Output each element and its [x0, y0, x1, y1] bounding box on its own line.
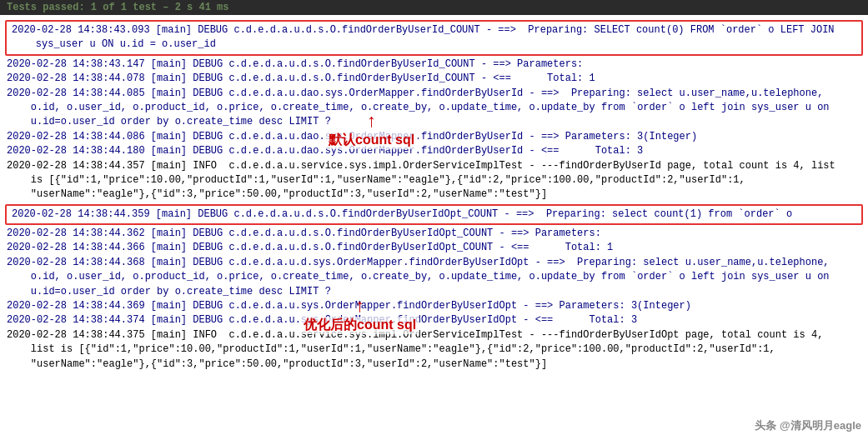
annotation-text-1: 默认count sql: [325, 132, 418, 149]
log-container[interactable]: 2020-02-28 14:38:43.093 [main] DEBUG c.d…: [0, 15, 868, 440]
log-line-9: 2020-02-28 14:38:44.357 [main] INFO c.d.…: [5, 159, 863, 173]
log-line-22: "userName":"eagle"},{"id":3,"price":50.0…: [5, 358, 863, 372]
highlight-block-bottom: 2020-02-28 14:38:44.359 [main] DEBUG c.d…: [5, 204, 863, 225]
arrow-up-icon: ↑: [367, 112, 376, 130]
highlight-block-top: 2020-02-28 14:38:43.093 [main] DEBUG c.d…: [5, 20, 863, 56]
log-line-21: list is [{"id":1,"price":10.00,"productI…: [5, 342, 863, 357]
top-bar: Tests passed: 1 of 1 test – 2 s 41 ms: [0, 0, 868, 15]
test-status: Tests passed: 1 of 1 test – 2 s 41 ms: [7, 2, 228, 13]
log-line-20: 2020-02-28 14:38:44.375 [main] INFO c.d.…: [5, 328, 863, 342]
log-line-14: 2020-02-28 14:38:44.366 [main] DEBUG c.d…: [5, 241, 863, 255]
annotation-optimized-count: ↑ 优化后的count sql: [300, 297, 419, 334]
arrow-up-icon-2: ↑: [355, 297, 364, 315]
log-line-2: 2020-02-28 14:38:43.147 [main] DEBUG c.d…: [5, 58, 863, 72]
log-line-17: u.id=o.user_id order by o.create_time de…: [5, 285, 863, 299]
log-line-8: 2020-02-28 14:38:44.180 [main] DEBUG c.d…: [5, 144, 863, 158]
annotation-text-2: 优化后的count sql: [300, 317, 419, 334]
log-line-6: u.id=o.user_id order by o.create_time de…: [5, 115, 863, 129]
log-line-12: 2020-02-28 14:38:44.359 [main] DEBUG c.d…: [10, 208, 858, 222]
log-line-19: 2020-02-28 14:38:44.374 [main] DEBUG c.d…: [5, 313, 863, 328]
log-line-4: 2020-02-28 14:38:44.085 [main] DEBUG c.d…: [5, 87, 863, 101]
log-line-11: "userName":"eagle"},{"id":3,"price":50.0…: [5, 188, 863, 202]
log-line-7: 2020-02-28 14:38:44.086 [main] DEBUG c.d…: [5, 130, 863, 144]
log-line-10: is [{"id":1,"price":10.00,"productId":1,…: [5, 173, 863, 188]
log-line-5: o.id, o.user_id, o.product_id, o.price, …: [5, 101, 863, 115]
watermark: 头条 @清风明月eagle: [755, 418, 861, 433]
log-line-18: 2020-02-28 14:38:44.369 [main] DEBUG c.d…: [5, 299, 863, 313]
log-line-1: sys_user u ON u.id = o.user_id: [10, 38, 858, 52]
annotation-default-count: ↑ 默认count sql: [325, 112, 418, 149]
log-line-16: o.id, o.user_id, o.product_id, o.price, …: [5, 270, 863, 284]
log-line-3: 2020-02-28 14:38:44.078 [main] DEBUG c.d…: [5, 72, 863, 86]
log-line-15: 2020-02-28 14:38:44.368 [main] DEBUG c.d…: [5, 256, 863, 270]
log-line-13: 2020-02-28 14:38:44.362 [main] DEBUG c.d…: [5, 227, 863, 241]
log-line-0: 2020-02-28 14:38:43.093 [main] DEBUG c.d…: [10, 23, 858, 38]
